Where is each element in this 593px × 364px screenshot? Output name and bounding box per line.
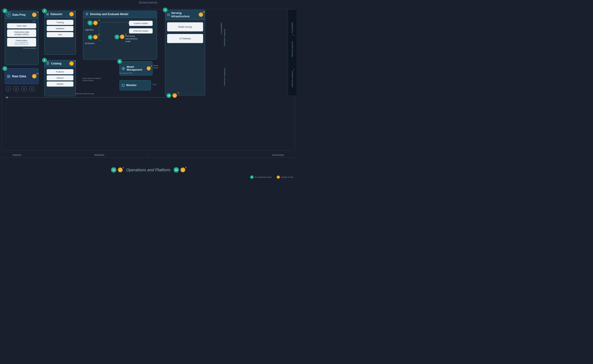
legend-component-label: AI component number bbox=[255, 176, 272, 178]
validation-box: Validation bbox=[47, 26, 73, 31]
serving-icon: ⊟ bbox=[167, 13, 170, 17]
svg-text:⚙: ⚙ bbox=[8, 13, 10, 16]
svg-text:⚠: ⚠ bbox=[174, 95, 176, 97]
serving-bottom-risk: 5 bbox=[178, 92, 179, 94]
featurization-box: Featurization Joins, aggregations, trans… bbox=[7, 38, 36, 46]
feature-extraction-label: Feature extraction bbox=[6, 47, 37, 50]
platform-badge-12: 12 bbox=[174, 167, 179, 173]
svg-text:⚠: ⚠ bbox=[71, 63, 72, 65]
new-ml-rlhf-label: New ML and RLHF data bbox=[75, 93, 94, 95]
svg-text:⚠: ⚠ bbox=[33, 14, 35, 16]
serving-subtitle: Infrastructure bbox=[171, 15, 189, 18]
svg-text:⚠: ⚠ bbox=[95, 36, 96, 38]
monitor-icon: ⊡ bbox=[122, 83, 125, 88]
raw-data-number: 1 bbox=[2, 66, 7, 71]
raw-data-icon: ⊞ bbox=[7, 74, 10, 79]
datasets-title: Datasets bbox=[51, 13, 62, 16]
raw-data-section: ⊞ Raw Data ⚠ 10 1 bbox=[5, 68, 39, 84]
fine-tuning-label: Fine-tuning and pretrained model bbox=[125, 35, 137, 43]
governance-label: Governance bbox=[139, 1, 157, 4]
custom-models-box: Custom models bbox=[129, 21, 153, 26]
svg-text:⚠: ⚠ bbox=[119, 169, 121, 171]
node5-num: 5 bbox=[88, 20, 92, 25]
clean-data-box: Clean data bbox=[7, 23, 36, 28]
data-prep-number: 2 bbox=[2, 8, 7, 13]
svg-text:⚠: ⚠ bbox=[95, 22, 96, 24]
datasets-section: ⊞ Datasets ⚠ 3 3 Training Validation Tes… bbox=[44, 11, 76, 55]
data-prep-section: ⚙ Data Prep ⚠ 4 2 ETL Clean data Explora… bbox=[5, 11, 39, 65]
svg-text:⚠: ⚠ bbox=[71, 13, 72, 15]
platform-risk-11: 1 bbox=[123, 166, 124, 169]
modelops-label: ModelOps bbox=[94, 154, 104, 156]
catalog-title: Catalog bbox=[51, 62, 61, 65]
data-prep-title: Data Prep bbox=[13, 13, 26, 17]
svg-text:⚠: ⚠ bbox=[148, 68, 150, 70]
serving-title: Serving bbox=[171, 12, 189, 15]
vector-search-label: Vector search and feature/ function look… bbox=[83, 77, 101, 82]
inference-panel: Prompt/RAG ← Inference requests → Infere… bbox=[288, 10, 297, 95]
svg-text:≋: ≋ bbox=[31, 88, 33, 90]
training-box: Training bbox=[47, 20, 73, 25]
operations-platform: 11 ⚠ 1 Operations and Platform 12 ⚠ 6 bbox=[111, 167, 186, 173]
eda-box: Exploratory data analytics (EDA) bbox=[7, 29, 36, 37]
etl-label: ETL bbox=[6, 20, 37, 22]
raw-data-risk-num: 10 bbox=[36, 72, 38, 75]
model-mgmt-title2: Management bbox=[127, 68, 142, 71]
datasets-icon: ⊞ bbox=[46, 12, 49, 16]
devSecOps-label: DevSecOps bbox=[272, 154, 284, 156]
legend: # AI component number ⚠ Number of risks bbox=[250, 176, 293, 179]
serving-risk-num: 10 bbox=[203, 11, 205, 13]
logs-label: Logs bbox=[152, 83, 156, 85]
features-box: Features bbox=[47, 69, 73, 74]
inference-requests-label: Inference requests bbox=[224, 29, 225, 46]
svg-text:⚠: ⚠ bbox=[121, 36, 123, 38]
model-mgmt-number: 8 bbox=[117, 59, 122, 64]
catalog-section: 🗄 Catalog ⚠ 2 4 Features Indexes Models bbox=[44, 60, 76, 96]
serving-number: 9 bbox=[163, 7, 168, 12]
rlhf-arrow bbox=[5, 94, 171, 101]
external-models-box: External models bbox=[129, 28, 153, 33]
raw-data-icons: ⊙ ⊕ ⊗ ≋ bbox=[6, 86, 35, 92]
dev-eval-icon: ⚙ bbox=[85, 12, 89, 16]
ops-platform-title: Operations and Platform bbox=[126, 168, 170, 172]
raw-data-title: Raw Data bbox=[12, 74, 26, 78]
catalog-number: 4 bbox=[42, 58, 47, 63]
svg-text:⚠: ⚠ bbox=[277, 176, 279, 178]
model-assets-label: Modelassets bbox=[153, 65, 158, 69]
svg-text:⚠: ⚠ bbox=[33, 75, 35, 78]
svg-marker-31 bbox=[5, 97, 8, 98]
indexes-box: Indexes bbox=[47, 75, 73, 80]
catalog-icon: 🗄 bbox=[46, 61, 50, 65]
svg-text:⊕: ⊕ bbox=[15, 88, 17, 90]
model-mgmt-icon: ⊛ bbox=[122, 66, 125, 71]
models-box: Models bbox=[47, 81, 73, 87]
dev-eval-title: Develop and Evaluate Model bbox=[90, 13, 128, 16]
svg-text:⊗: ⊗ bbox=[23, 88, 25, 90]
evaluation-label: Evaluation bbox=[85, 42, 95, 45]
ai-gateway-box: AI Gateway bbox=[167, 34, 203, 43]
legend-risk-label: Number of risks bbox=[281, 176, 293, 178]
your-data-rag-label: Your data for RAG bbox=[119, 72, 132, 74]
dev-eval-section: ⚙ Develop and Evaluate Model 5 ⚠ 4 Algor… bbox=[83, 11, 157, 59]
model-mgmt-risk: 4 bbox=[151, 65, 152, 67]
data-prep-risk-num: 4 bbox=[37, 11, 38, 13]
platform-risk-12: 6 bbox=[185, 166, 186, 169]
inference-response-label: Inference response bbox=[224, 68, 225, 86]
monitor-section: ⊡ Monitor bbox=[119, 80, 151, 90]
svg-text:⚠: ⚠ bbox=[200, 14, 202, 16]
monitor-title: Monitor bbox=[126, 84, 137, 87]
prompt-rag-label: Prompt/RAG bbox=[220, 22, 222, 34]
node5-risk: 4 bbox=[98, 19, 99, 21]
serving-section: ⊟ Serving Infrastructure 9 ⚠ 10 Model se… bbox=[165, 10, 205, 95]
catalog-risk-num: 2 bbox=[75, 60, 76, 62]
data-prep-icon: ⚙ bbox=[7, 12, 11, 17]
test-box: Test bbox=[47, 32, 73, 37]
algorithm-label: Algorithm bbox=[85, 29, 94, 31]
platform-badge-11: 11 bbox=[111, 167, 116, 173]
svg-text:⚠: ⚠ bbox=[182, 169, 184, 171]
datasets-number: 3 bbox=[42, 8, 47, 13]
model-mgmt-title: Model bbox=[127, 65, 142, 68]
datasets-risk-num: 3 bbox=[75, 10, 76, 13]
svg-text:⊙: ⊙ bbox=[7, 88, 9, 90]
dataops-label: DataOps bbox=[13, 154, 21, 156]
